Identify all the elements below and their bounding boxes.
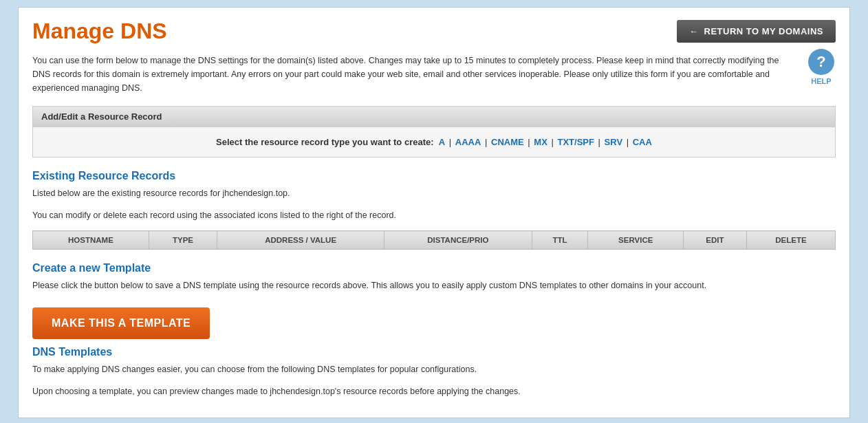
record-type-links: A | AAAA | CNAME | MX | TXT/SPF | SRV | …: [436, 137, 652, 147]
help-label: HELP: [808, 77, 834, 85]
create-template-heading: Create a new Template: [32, 262, 836, 274]
create-template-desc: Please click the button below to save a …: [32, 279, 836, 292]
dns-templates-section: DNS Templates To make applying DNS chang…: [32, 346, 836, 398]
help-icon-container[interactable]: ? HELP: [808, 49, 834, 85]
dns-records-table: HOSTNAME TYPE ADDRESS / VALUE DISTANCE/P…: [32, 230, 836, 250]
page-title: Manage DNS: [32, 19, 167, 44]
record-type-txtspf-link[interactable]: TXT/SPF: [557, 137, 594, 147]
make-template-button[interactable]: MAKE THIS A TEMPLATE: [32, 307, 210, 339]
record-type-srv-link[interactable]: SRV: [605, 137, 623, 147]
return-to-domains-button[interactable]: ← RETURN TO MY DOMAINS: [677, 20, 836, 43]
col-delete: DELETE: [746, 231, 835, 250]
create-template-section: Create a new Template Please click the b…: [32, 262, 836, 339]
col-distance: DISTANCE/PRIO: [384, 231, 532, 250]
main-panel: Manage DNS ← RETURN TO MY DOMAINS You ca…: [18, 7, 850, 418]
record-type-prompt: Select the resource record type you want…: [216, 137, 433, 147]
help-circle-icon: ?: [808, 49, 834, 75]
sep1: |: [449, 137, 451, 147]
record-type-caa-link[interactable]: CAA: [633, 137, 652, 147]
outer-wrapper: Manage DNS ← RETURN TO MY DOMAINS You ca…: [0, 0, 868, 423]
intro-text: You can use the form below to manage the…: [32, 54, 789, 95]
record-type-mx-link[interactable]: MX: [534, 137, 547, 147]
col-edit: EDIT: [684, 231, 747, 250]
header-row: Manage DNS ← RETURN TO MY DOMAINS: [32, 19, 836, 44]
col-address: ADDRESS / VALUE: [217, 231, 384, 250]
sep6: |: [627, 137, 629, 147]
dns-templates-desc2: Upon choosing a template, you can previe…: [32, 384, 836, 398]
add-edit-section-header: Add/Edit a Resource Record: [33, 107, 835, 127]
dns-templates-heading: DNS Templates: [32, 346, 836, 358]
add-edit-section: Add/Edit a Resource Record Select the re…: [32, 106, 836, 158]
col-type: TYPE: [149, 231, 217, 250]
sep3: |: [528, 137, 530, 147]
record-type-a-link[interactable]: A: [439, 137, 445, 147]
record-type-cname-link[interactable]: CNAME: [491, 137, 524, 147]
col-hostname: HOSTNAME: [33, 231, 149, 250]
col-ttl: TTL: [532, 231, 588, 250]
record-type-row: Select the resource record type you want…: [43, 137, 825, 147]
existing-records-section: Existing Resource Records Listed below a…: [32, 170, 836, 250]
sep5: |: [598, 137, 600, 147]
sep2: |: [485, 137, 487, 147]
add-edit-section-body: Select the resource record type you want…: [33, 127, 835, 157]
return-button-label: RETURN TO MY DOMAINS: [704, 26, 823, 36]
existing-records-desc1: Listed below are the existing resource r…: [32, 186, 836, 200]
existing-records-heading: Existing Resource Records: [32, 170, 836, 182]
record-type-aaaa-link[interactable]: AAAA: [455, 137, 481, 147]
sep4: |: [551, 137, 553, 147]
return-arrow-icon: ←: [689, 26, 699, 36]
dns-templates-desc1: To make applying DNS changes easier, you…: [32, 362, 836, 376]
existing-records-desc2: You can modify or delete each record usi…: [32, 208, 836, 222]
col-service: SERVICE: [588, 231, 684, 250]
